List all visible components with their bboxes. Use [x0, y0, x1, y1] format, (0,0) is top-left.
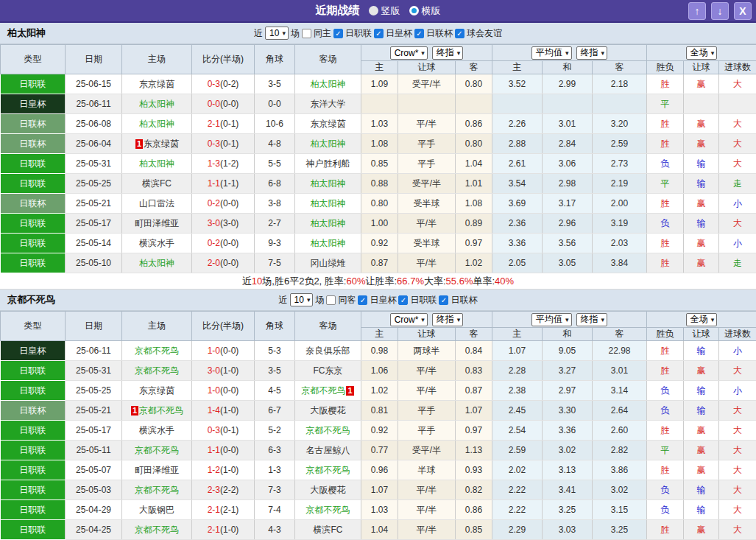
avg-home-odds: 3.52 — [492, 74, 543, 94]
date-cell: 25-06-11 — [66, 94, 122, 114]
same-venue-checkbox[interactable] — [302, 29, 311, 38]
fulltime-score: 0-0 — [208, 99, 220, 109]
filter-prefix-label: 近 — [279, 294, 288, 306]
close-button[interactable]: X — [734, 2, 752, 20]
date-cell: 25-05-21 — [66, 194, 122, 214]
goals-result-cell: 小 — [719, 341, 756, 361]
fulltime-score: 1-0 — [208, 385, 220, 396]
chevron-down-icon: ▾ — [601, 49, 605, 57]
team-link: 京都不死鸟 — [306, 425, 350, 435]
date-cell: 25-06-15 — [66, 74, 122, 94]
away-team-cell: 横滨FC — [295, 520, 361, 540]
home-team-cell: 柏太阳神 — [122, 94, 192, 114]
avg-away-odds: 2.59 — [593, 134, 647, 154]
scope-select[interactable]: 全场▾ — [686, 313, 718, 326]
crow-away-odds: 0.84 — [456, 341, 492, 361]
summary-text: 单率: — [473, 275, 495, 288]
recent-count-select[interactable]: 10▾ — [290, 293, 314, 306]
scope-select-value: 全场 — [690, 46, 708, 59]
handicap-result-text: 赢 — [697, 465, 706, 475]
handicap-result-cell: 输 — [684, 401, 719, 421]
handicap-result-text: 输 — [697, 158, 706, 169]
avg-draw-odds: 3.56 — [543, 234, 593, 253]
team-link: 神户胜利船 — [306, 158, 350, 169]
goals-result-text: 大 — [733, 218, 742, 228]
crow-home-odds: 0.92 — [361, 234, 398, 253]
bookmaker-final-select[interactable]: 终指▾ — [432, 313, 464, 326]
handicap-cell: 平手 — [398, 421, 456, 441]
average-final-select[interactable]: 终指▾ — [576, 313, 608, 326]
score-cell: 3-0(1-0) — [192, 361, 255, 381]
away-team-cell: 柏太阳神 — [295, 234, 361, 253]
team-link: 柏太阳神 — [311, 238, 346, 248]
score-cell: 2-1(2-1) — [192, 500, 255, 520]
away-team-cell: 大阪樱花 — [295, 401, 361, 421]
crow-odds-group-header: Crow*▾终指▾ — [361, 45, 492, 61]
handicap-cell: 平手 — [398, 134, 456, 154]
titlebar-center: 近期战绩 竖版 横版 — [0, 4, 756, 18]
home-team-cell: 东京绿茵 — [122, 381, 192, 401]
layout-radio-vertical[interactable]: 竖版 — [369, 4, 400, 18]
crow-home-odds: 1.03 — [361, 114, 398, 134]
league-checkbox-0[interactable]: ✓ — [333, 29, 343, 38]
bookmaker-final-select[interactable]: 终指▾ — [432, 46, 464, 60]
scope-select[interactable]: 全场▾ — [686, 46, 718, 60]
handicap-result-cell: 赢 — [684, 194, 719, 214]
crow-away-odds: 0.97 — [456, 234, 492, 253]
team-bar: 京都不死鸟 近10▾场同客✓日皇杯✓日职联✓日联杯 — [0, 290, 756, 311]
result-text: 胜 — [661, 346, 670, 356]
goals-result-cell: 大 — [719, 134, 756, 154]
team-link: 东京绿茵 — [139, 79, 174, 89]
home-team-cell: 京都不死鸟 — [122, 520, 192, 540]
handicap-result-text: 输 — [697, 505, 706, 515]
crow-home-odds: 0.87 — [361, 253, 398, 273]
move-up-button[interactable]: ↑ — [688, 2, 706, 20]
table-row: 日职联25-06-15东京绿茵0-3(0-2)3-5柏太阳神1.09受平/半0.… — [1, 74, 756, 94]
average-select[interactable]: 平均值▾ — [531, 46, 572, 60]
score-cell: 3-0(3-0) — [192, 214, 255, 234]
league-checkbox-1[interactable]: ✓ — [374, 29, 384, 38]
layout-radio-horizontal[interactable]: 横版 — [409, 4, 441, 18]
move-down-button[interactable]: ↓ — [711, 2, 729, 20]
result-cell: 负 — [647, 500, 684, 520]
rank-badge: 1 — [131, 406, 138, 415]
halftime-score: (0-0) — [220, 385, 239, 396]
avg-away-odds: 2.00 — [593, 194, 647, 214]
bookmaker-select[interactable]: Crow*▾ — [390, 313, 428, 326]
same-venue-label: 同客 — [338, 294, 356, 306]
goals-result-text: 小 — [733, 198, 742, 208]
same-venue-checkbox[interactable] — [326, 295, 336, 305]
crow-away-odds: 0.93 — [456, 460, 492, 480]
table-head: 类型日期主场比分(半场)角球客场Crow*▾终指▾平均值▾终指▾全场▾ 主让球客… — [1, 312, 756, 341]
avg-draw-odds: 3.17 — [543, 194, 593, 214]
fulltime-score: 0-3 — [208, 79, 220, 89]
league-checkbox-0[interactable]: ✓ — [358, 295, 367, 305]
away-team-cell: 柏太阳神 — [295, 214, 361, 234]
avg-away-odds: 3.20 — [593, 114, 647, 134]
fulltime-score: 1-1 — [208, 445, 220, 455]
score-cell: 0-3(0-1) — [192, 421, 255, 441]
recent-count-select-value: 10 — [294, 295, 304, 305]
bookmaker-select[interactable]: Crow*▾ — [390, 46, 428, 60]
corners-cell: 9-3 — [255, 234, 295, 253]
goals-result-cell: 走 — [719, 253, 756, 273]
avg-draw-odds: 2.99 — [543, 74, 593, 94]
avg-home-odds: 2.22 — [492, 500, 543, 520]
recent-count-select[interactable]: 10▾ — [265, 27, 289, 40]
summary-stat-value: 60% — [346, 276, 365, 287]
team-link: 柏太阳神 — [311, 198, 346, 208]
scope-group-header: 全场▾ — [647, 312, 756, 328]
goals-result-cell: 大 — [719, 480, 756, 500]
avg-draw-odds: 3.30 — [543, 401, 593, 421]
halftime-score: (0-0) — [220, 238, 239, 248]
league-checkbox-3[interactable]: ✓ — [455, 29, 464, 38]
team-link: 东京绿茵 — [139, 385, 174, 396]
league-cell: 日职联 — [1, 234, 66, 253]
league-checkbox-1[interactable]: ✓ — [398, 295, 408, 305]
average-select[interactable]: 平均值▾ — [531, 313, 572, 326]
league-checkbox-2[interactable]: ✓ — [414, 29, 424, 38]
league-checkbox-2[interactable]: ✓ — [439, 295, 448, 305]
average-final-select[interactable]: 终指▾ — [576, 46, 608, 60]
team-link: 京都不死鸟 — [135, 525, 179, 535]
crow-home-odds: 1.07 — [361, 480, 398, 500]
